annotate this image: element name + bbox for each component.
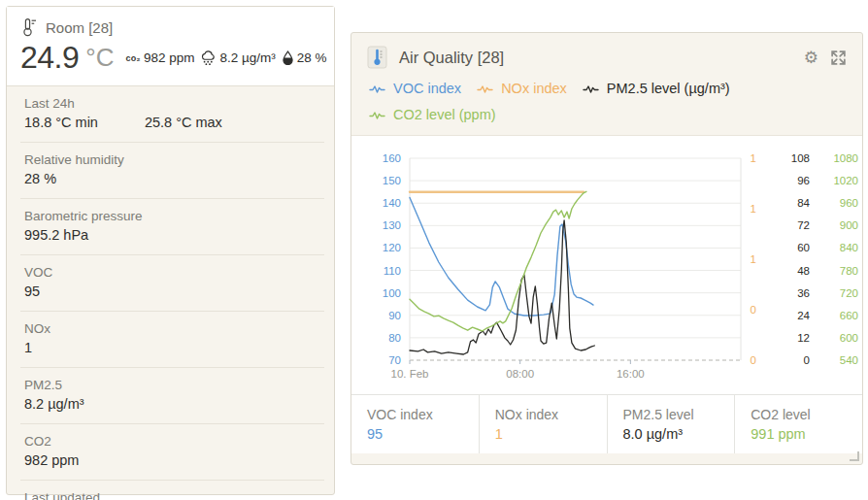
co2-icon: co₂ (125, 53, 140, 63)
legend-item-label: VOC index (393, 79, 461, 98)
list-item-value: 28 % (24, 169, 56, 189)
svg-text:110: 110 (384, 265, 401, 277)
air-quality-title: Air Quality [28] (399, 49, 792, 67)
room-temperature: 24.9 (20, 40, 79, 76)
air-quality-card: Air Quality [28] ⚙ (351, 32, 863, 465)
legend-item-label: CO2 level (ppm) (393, 105, 496, 124)
svg-text:16:00: 16:00 (617, 368, 645, 380)
stat-value: 8.0 µg/m³ (623, 424, 735, 445)
room-title: Room [28] (46, 19, 113, 36)
air-quality-chart: 1601501401301201101009080701110010896847… (351, 136, 862, 394)
dashboard: Room [28] 24.9 °C co₂ 982 ppm (0, 0, 868, 500)
svg-text:780: 780 (840, 265, 858, 277)
list-item-label: PM2.5 (24, 376, 320, 394)
list-item-value: 95 (24, 282, 40, 302)
list-item-value: 1 (24, 338, 32, 358)
list-item-value-2: 25.8 °C max (145, 113, 222, 133)
svg-text:80: 80 (388, 332, 401, 344)
svg-text:96: 96 (797, 175, 810, 186)
pm25-inline-metric: 8.2 µg/m³ (200, 50, 275, 66)
svg-text:1: 1 (751, 203, 756, 215)
svg-text:540: 540 (840, 354, 858, 366)
svg-text:160: 160 (383, 152, 401, 164)
room-temperature-unit: °C (85, 43, 114, 73)
room-stats-list: Last 24h 18.8 °C min 25.8 °C max Relativ… (7, 86, 334, 500)
list-item: Barometric pressure 995.2 hPa (20, 199, 324, 255)
svg-text:48: 48 (797, 265, 810, 277)
list-item: CO2 982 ppm (20, 424, 324, 481)
svg-text:24: 24 (797, 310, 810, 321)
svg-text:100: 100 (383, 287, 401, 299)
svg-text:900: 900 (840, 219, 858, 231)
list-item-label: Last updated (24, 488, 320, 500)
svg-text:08:00: 08:00 (506, 368, 534, 380)
svg-text:90: 90 (388, 310, 401, 321)
air-quality-header: Air Quality [28] ⚙ (351, 33, 862, 126)
svg-text:840: 840 (840, 242, 858, 253)
svg-text:120: 120 (383, 242, 401, 253)
stat-cell: PM2.5 level 8.0 µg/m³ (607, 395, 735, 453)
series-line-icon (477, 83, 495, 94)
stat-value: 95 (367, 424, 479, 445)
legend-item[interactable]: VOC index (369, 79, 461, 98)
legend-item[interactable]: CO2 level (ppm) (369, 105, 496, 124)
svg-text:660: 660 (840, 310, 858, 321)
svg-text:72: 72 (797, 219, 810, 231)
legend-item[interactable]: NOx index (477, 79, 567, 98)
indoor-thermometer-icon (20, 17, 37, 37)
stat-label: CO2 level (751, 405, 862, 424)
resize-handle[interactable] (850, 451, 859, 461)
gear-icon[interactable]: ⚙ (804, 50, 818, 66)
list-item: Last 24h 18.8 °C min 25.8 °C max (20, 86, 324, 143)
thermometer-badge-icon (367, 46, 387, 69)
list-item-label: VOC (24, 263, 320, 282)
legend-item[interactable]: PM2.5 level (µg/m³) (583, 79, 730, 98)
co2-inline-metric: co₂ 982 ppm (125, 50, 194, 65)
humidity-inline-metric: 28 % (282, 50, 327, 65)
svg-text:1020: 1020 (833, 175, 858, 186)
svg-text:10. Feb: 10. Feb (391, 368, 429, 380)
chart-area[interactable]: 1601501401301201101009080701110010896847… (351, 135, 862, 394)
series-line-icon (369, 110, 387, 120)
stat-cell: CO2 level 991 ppm (734, 395, 862, 453)
svg-text:60: 60 (797, 242, 810, 253)
list-item: NOx 1 (20, 312, 324, 368)
list-item: Last updated a minute ago (20, 481, 324, 500)
stat-label: VOC index (367, 405, 479, 424)
room-card: Room [28] 24.9 °C co₂ 982 ppm (6, 6, 335, 495)
svg-text:960: 960 (840, 197, 858, 209)
stat-cell: NOx index 1 (479, 395, 607, 453)
series-line-icon (369, 83, 387, 94)
svg-text:150: 150 (383, 175, 401, 186)
stat-label: PM2.5 level (623, 405, 735, 424)
series-pm25 (410, 220, 594, 354)
list-item: PM2.5 8.2 µg/m³ (20, 368, 324, 424)
svg-text:140: 140 (383, 197, 401, 209)
co2-inline-value: 982 ppm (144, 50, 195, 65)
svg-text:0: 0 (751, 354, 756, 366)
stat-value: 991 ppm (751, 424, 862, 445)
expand-icon[interactable] (830, 50, 847, 66)
series-line-icon (583, 83, 601, 94)
svg-text:720: 720 (840, 287, 858, 299)
svg-text:130: 130 (383, 219, 401, 231)
legend-item-label: NOx index (501, 79, 567, 98)
svg-text:12: 12 (797, 332, 810, 344)
chart-legend: VOC index NOx index (369, 79, 847, 124)
particles-cloud-icon (200, 50, 217, 66)
stat-cell: VOC index 95 (351, 395, 479, 453)
list-item-value: 982 ppm (24, 450, 79, 471)
humidity-drop-icon (282, 50, 294, 65)
pm25-inline-value: 8.2 µg/m³ (219, 50, 275, 65)
svg-text:0: 0 (751, 304, 756, 316)
list-item-label: Relative humidity (24, 150, 320, 169)
list-item-value: 995.2 hPa (24, 225, 88, 246)
svg-text:600: 600 (840, 332, 858, 344)
list-item: VOC 95 (20, 255, 324, 312)
list-item-label: Barometric pressure (24, 207, 320, 225)
stat-value: 1 (495, 424, 607, 445)
humidity-inline-value: 28 % (297, 50, 327, 65)
svg-text:84: 84 (797, 197, 810, 209)
svg-text:1: 1 (751, 152, 756, 164)
list-item-label: CO2 (24, 432, 320, 450)
